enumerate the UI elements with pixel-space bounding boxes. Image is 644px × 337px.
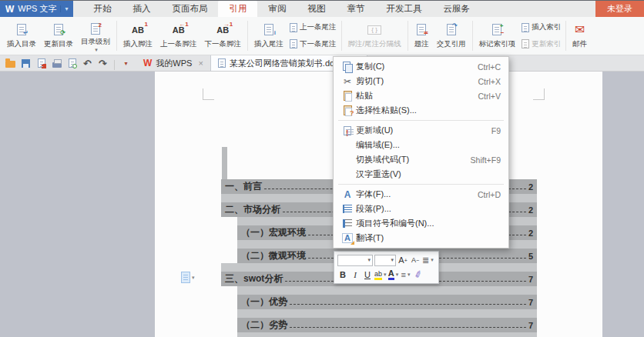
customize-toolbar-button[interactable]: ▾ [119,57,132,70]
ribbon-tab-strip: 开始 插入 页面布局 引用 审阅 视图 章节 开发工具 云服务 [82,1,481,17]
prev-footnote-label: 上一条脚注 [160,39,197,49]
update-toc-label: 更新目录 [44,39,73,49]
prev-endnote-button[interactable]: 上一条尾注 [290,22,337,33]
bold-button[interactable]: B [337,269,348,281]
line-spacing-icon: ≣ [422,255,429,265]
menu-item-translate[interactable]: A 翻译(T) [334,231,508,245]
font-size-select[interactable]: ▾ [374,255,396,266]
toc-update-field-button[interactable]: ▾ [181,272,195,283]
menu-item-hanzi-reselect[interactable]: 汉字重选(V) [334,167,508,182]
tab-insert[interactable]: 插入 [122,1,161,17]
document-tab-bar: ↶ ↷ ▾ W 我的WPS × 某某公司网络营销策划书.docx * × + [0,55,644,72]
paste-icon [344,91,352,101]
redo-button[interactable]: ↷ [96,57,109,70]
toc-field-icon [181,272,190,283]
close-icon[interactable]: × [198,58,203,68]
mark-index-entry-button[interactable]: +− 标记索引项 [475,17,520,55]
customize-caret-icon: ▾ [124,60,127,67]
print-preview-button[interactable] [65,57,79,70]
margin-corner-mark [533,88,545,100]
document-icon [218,58,226,68]
toc-page-number: 7 [528,321,533,330]
tab-page-layout[interactable]: 页面布局 [161,1,218,17]
chevron-down-icon[interactable]: ▾ [60,5,68,12]
save-icon [22,59,30,68]
borders-button[interactable]: ≡ [401,269,411,281]
menu-item-paste-special[interactable]: 选择性粘贴(S)... [334,103,508,118]
prev-endnote-label: 上一条尾注 [300,22,337,32]
export-pdf-button[interactable] [35,57,48,70]
tab-cloud[interactable]: 云服务 [432,1,481,17]
wps-home-icon: W [143,58,152,68]
underline-button[interactable]: U [362,269,373,281]
format-painter-icon: ✐ [412,269,423,282]
menu-item-cut[interactable]: ✂ 剪切(T) Ctrl+X [334,74,508,88]
menu-item-update-field[interactable]: 更新域(U) F9 [334,123,508,138]
toc-entry-text: 二、市场分析 [225,203,280,216]
menu-item-bullets-numbering[interactable]: 项目符号和编号(N)... [334,216,508,231]
tab-view[interactable]: 视图 [297,1,336,17]
toc-leader [290,327,526,328]
tab-review[interactable]: 审阅 [257,1,297,17]
menu-item-edit-field[interactable]: 编辑域(E)... [334,138,508,152]
menu-item-paragraph[interactable]: 段落(P)... [334,202,508,216]
cross-reference-button[interactable]: ↷ 交叉引用 [433,17,470,55]
next-endnote-button[interactable]: 下一条尾注 [290,38,337,50]
home-doc-tab[interactable]: W 我的WPS × [136,55,210,71]
save-button[interactable] [19,57,32,70]
menu-item-font[interactable]: A 字体(F)... Ctrl+D [334,187,508,202]
insert-footnote-button[interactable]: 插入脚注 [119,17,156,55]
caption-label: 题注 [414,39,429,49]
insert-toc-button[interactable]: ↵ 插入目录 [3,17,40,55]
toc-entry-text: （二）微观环境 [241,249,306,262]
paste-special-icon [344,105,352,115]
format-painter-button[interactable]: ✐ [413,269,424,281]
undo-button[interactable]: ↶ [81,57,94,70]
highlight-icon: ab [374,270,382,280]
italic-button[interactable]: I [350,269,361,281]
print-button[interactable] [50,57,63,70]
insert-index-button[interactable]: 插入索引 [522,22,561,33]
highlight-color-button[interactable]: ab [374,269,387,281]
redo-icon: ↷ [99,58,107,69]
insert-footnote-label: 插入脚注 [123,39,153,49]
tab-section[interactable]: 章节 [336,1,375,17]
update-toc-icon: ⟳ [54,24,63,35]
menu-separator [338,184,504,185]
insert-endnote-label: 插入尾注 [254,39,283,49]
caption-button[interactable]: ≖ 题注 [411,17,433,55]
font-color-button[interactable]: A [388,269,399,281]
titlebar: W WPS 文字 ▾ 开始 插入 页面布局 引用 审阅 视图 章节 开发工具 云… [0,0,644,17]
open-button[interactable] [4,57,17,70]
next-footnote-button[interactable]: 下一条脚注 [201,17,246,55]
shrink-font-button[interactable]: A− [410,254,421,266]
toc-page-number: 2 [528,229,533,238]
undo-icon: ↶ [83,58,92,69]
login-button[interactable]: 未登录 [595,1,644,17]
wps-logo-icon: W [5,4,14,15]
grow-font-button[interactable]: A+ [397,254,408,266]
insert-footnote-icon [132,25,144,35]
mail-icon: ✉ [575,24,585,36]
toc-page-number: 5 [528,252,533,261]
font-name-select[interactable]: ▾ [337,255,373,266]
prev-footnote-button[interactable]: 上一条脚注 [156,17,201,55]
toc-entry[interactable]: （一）优势 7 [237,295,537,309]
tab-home[interactable]: 开始 [82,1,122,17]
update-toc-button[interactable]: ⟳ 更新目录 [40,17,77,55]
tab-references[interactable]: 引用 [218,1,257,17]
caption-icon: ≖ [417,24,426,35]
tab-developer[interactable]: 开发工具 [375,1,432,17]
menu-item-copy[interactable]: 复制(C) Ctrl+C [334,59,508,74]
toc-entry[interactable]: （二）劣势 7 [237,318,537,332]
mail-button[interactable]: ✉ 邮件 [569,17,591,55]
wps-app-button[interactable]: W WPS 文字 ▾ [0,1,73,17]
toc-level-button[interactable]: 2 目录级别 [77,17,114,55]
toc-entry-text: （一）优势 [241,295,287,309]
insert-endnote-button[interactable]: i 插入尾注 [250,17,287,55]
footnote-separator-label: 脚注/尾注分隔线 [348,39,401,49]
toc-entry-text: （一）宏观环境 [241,226,306,239]
menu-item-toggle-field-codes[interactable]: 切换域代码(T) Shift+F9 [334,152,508,167]
menu-item-paste[interactable]: 粘贴 Ctrl+V [334,88,508,103]
line-spacing-button[interactable]: ≣ [422,254,434,266]
